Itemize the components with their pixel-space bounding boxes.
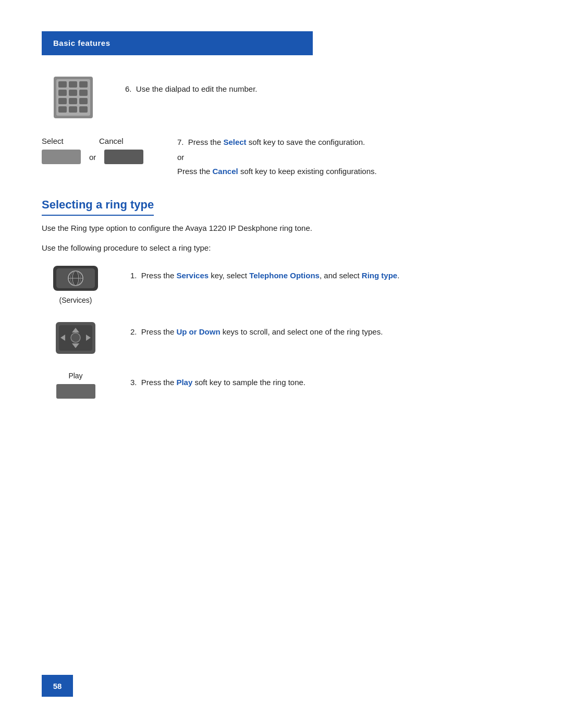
instruction-item-3: Play 3. Press the Play soft key to sampl… <box>42 372 521 399</box>
buttons-area: Select Cancel or <box>42 137 156 164</box>
instruction-image-3: Play <box>42 372 109 399</box>
play-button-image <box>56 384 95 399</box>
step6-text: 6. Use the dialpad to edit the number. <box>125 74 521 95</box>
step7-select-mid: soft key to save the configuration. <box>247 138 365 146</box>
instr2-pre: Press the <box>141 327 177 336</box>
step7-cancel-description: Press the Cancel soft key to keep existi… <box>177 167 377 176</box>
step7-select-pre: Press the <box>188 138 224 146</box>
step7-cancel-pre: Press the <box>177 167 213 176</box>
buttons-row: or <box>42 150 156 164</box>
or-connector: or <box>89 153 96 162</box>
instr1-post: . <box>397 271 399 280</box>
instruction-image-2 <box>42 321 109 355</box>
step7-description: 7. Press the Select soft key to save the… <box>177 138 365 146</box>
instruction-text-2: 2. Press the Up or Down keys to scroll, … <box>130 321 521 338</box>
step6-section: 6. Use the dialpad to edit the number. <box>42 74 521 121</box>
instr3-pre: Press the <box>141 378 177 387</box>
instr2-post: keys to scroll, and select one of the ri… <box>221 327 383 336</box>
instruction-image-1: (Services) <box>42 265 109 304</box>
instr1-key2: Telephone Options <box>249 271 320 280</box>
svg-rect-3 <box>69 81 77 88</box>
svg-point-27 <box>71 333 80 342</box>
svg-rect-2 <box>58 81 67 88</box>
svg-rect-11 <box>58 106 67 113</box>
button-labels: Select Cancel <box>42 137 156 145</box>
step7-cancel-post: soft key to keep existing configurations… <box>238 167 377 176</box>
instruction-text-3: 3. Press the Play soft key to sample the… <box>130 372 521 389</box>
services-key-icon <box>52 265 99 292</box>
svg-rect-9 <box>69 98 77 104</box>
cancel-label: Cancel <box>99 137 124 145</box>
instr1-mid: key, select <box>209 271 249 280</box>
select-button-image <box>42 150 81 164</box>
svg-rect-8 <box>58 98 67 104</box>
step7-or: or <box>177 153 521 162</box>
page-number: 58 <box>53 682 62 690</box>
instructions-list: (Services) 1. Press the Services key, se… <box>42 265 521 399</box>
svg-rect-7 <box>79 90 88 96</box>
instr1-number: 1. <box>130 271 137 280</box>
header-bar-text: Basic features <box>53 39 111 47</box>
instr3-post: soft key to sample the ring tone. <box>192 378 305 387</box>
play-label: Play <box>68 372 82 380</box>
step6-number: 6. <box>125 84 132 93</box>
step7-section: Select Cancel or 7. Press the Select sof… <box>42 137 521 177</box>
svg-rect-6 <box>69 90 77 96</box>
instruction-item-1: (Services) 1. Press the Services key, se… <box>42 265 521 304</box>
description1: Use the Ring type option to configure th… <box>42 222 521 235</box>
header-bar: Basic features <box>42 31 313 55</box>
svg-rect-4 <box>79 81 88 88</box>
dialpad-image-area <box>42 74 104 121</box>
select-label: Select <box>42 137 78 145</box>
nav-key-icon <box>55 321 96 355</box>
step7-cancel-key: Cancel <box>213 167 238 176</box>
page-container: Basic features <box>0 0 563 728</box>
page-number-box: 58 <box>42 675 73 697</box>
svg-rect-10 <box>79 98 88 104</box>
step7-text: 7. Press the Select soft key to save the… <box>177 137 521 177</box>
step6-description: Use the dialpad to edit the number. <box>136 84 258 93</box>
step7-select-key: Select <box>223 138 246 146</box>
svg-rect-13 <box>79 106 88 113</box>
instr1-mid2: , and select <box>320 271 362 280</box>
step6-label: 6. Use the dialpad to edit the number. <box>125 84 258 93</box>
svg-rect-5 <box>58 90 67 96</box>
section-title: Selecting a ring type <box>42 198 154 216</box>
section-heading: Selecting a ring type <box>42 198 521 216</box>
instr2-key1: Up or Down <box>176 327 220 336</box>
services-label: (Services) <box>59 296 92 304</box>
instr1-key3: Ring type <box>362 271 397 280</box>
instr1-pre: Press the <box>141 271 177 280</box>
instruction-text-1: 1. Press the Services key, select Teleph… <box>130 265 521 282</box>
instr1-key1: Services <box>176 271 209 280</box>
cancel-button-image <box>104 150 143 164</box>
description2: Use the following procedure to select a … <box>42 242 521 254</box>
dialpad-icon <box>51 74 95 121</box>
instr3-key1: Play <box>176 378 192 387</box>
instr3-number: 3. <box>130 378 137 387</box>
instr2-number: 2. <box>130 327 137 336</box>
instruction-item-2: 2. Press the Up or Down keys to scroll, … <box>42 321 521 355</box>
step7-number: 7. <box>177 138 184 146</box>
svg-rect-12 <box>69 106 77 113</box>
